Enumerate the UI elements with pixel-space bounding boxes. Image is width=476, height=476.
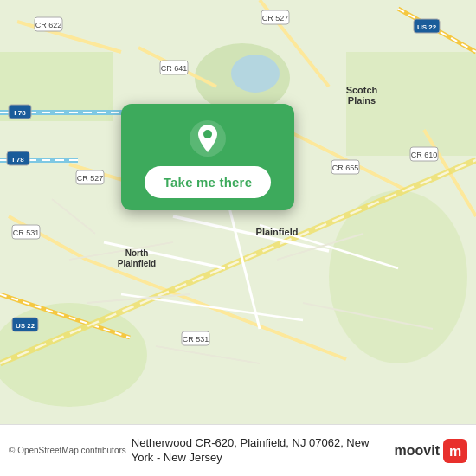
svg-text:Scotch: Scotch [346,85,378,95]
address-label: Netherwood CR-620, Plainfield, NJ 07062,… [132,436,388,466]
bottom-bar: © OpenStreetMap contributors Netherwood … [0,424,476,476]
svg-text:Plainfield: Plainfield [256,227,299,237]
svg-text:US 22: US 22 [417,23,437,31]
svg-text:CR 531: CR 531 [183,335,209,344]
svg-text:CR 622: CR 622 [35,21,62,29]
svg-point-6 [231,55,280,93]
svg-text:CR 527: CR 527 [77,174,104,183]
svg-text:CR 527: CR 527 [262,14,289,23]
svg-text:North: North [125,248,149,258]
location-card: Take me there [121,104,294,210]
take-me-there-button[interactable]: Take me there [145,166,271,198]
moovit-icon: m [443,439,467,463]
svg-text:US 22: US 22 [16,322,35,330]
svg-text:m: m [449,444,461,459]
svg-text:I 78: I 78 [12,156,24,164]
moovit-text-label: moovit [395,443,440,459]
svg-text:Plains: Plains [348,95,376,106]
map-container: CR 622 CR 527 US 22 I 78 CR 641 I 78 CR … [0,0,476,424]
osm-credit: © OpenStreetMap contributors [9,446,126,455]
map-pin-icon [189,119,227,158]
svg-text:Plainfield: Plainfield [118,259,156,268]
svg-point-68 [203,130,212,138]
svg-text:CR 531: CR 531 [13,228,40,237]
svg-text:CR 655: CR 655 [332,164,359,172]
svg-text:CR 610: CR 610 [411,151,438,159]
svg-text:I 78: I 78 [14,109,26,117]
moovit-logo: moovit m [395,439,467,463]
svg-text:CR 641: CR 641 [161,64,188,73]
